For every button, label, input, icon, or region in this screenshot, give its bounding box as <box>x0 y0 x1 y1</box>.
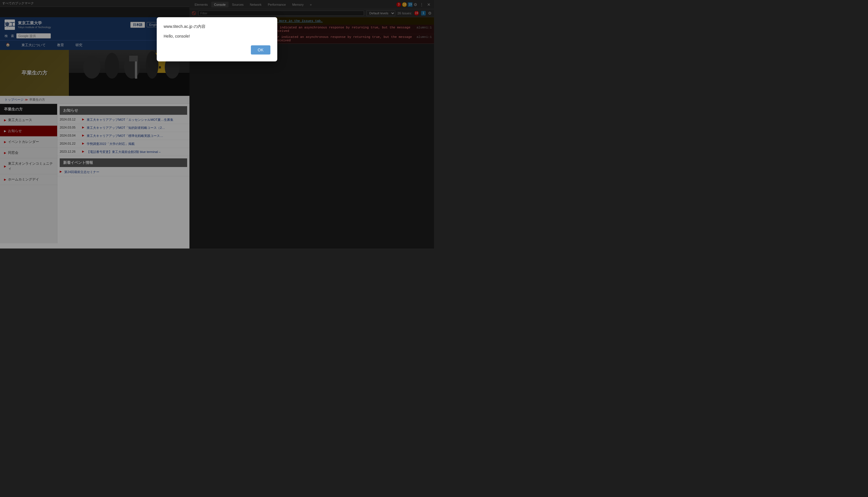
alert-title: www.titech.ac.jp の内容 <box>164 24 270 29</box>
alert-buttons: OK <box>164 45 270 55</box>
alert-ok-button[interactable]: OK <box>251 45 270 55</box>
alert-message: Hello, console! <box>164 34 270 39</box>
alert-overlay: www.titech.ac.jp の内容 Hello, console! OK <box>0 0 434 248</box>
alert-dialog: www.titech.ac.jp の内容 Hello, console! OK <box>157 17 277 61</box>
